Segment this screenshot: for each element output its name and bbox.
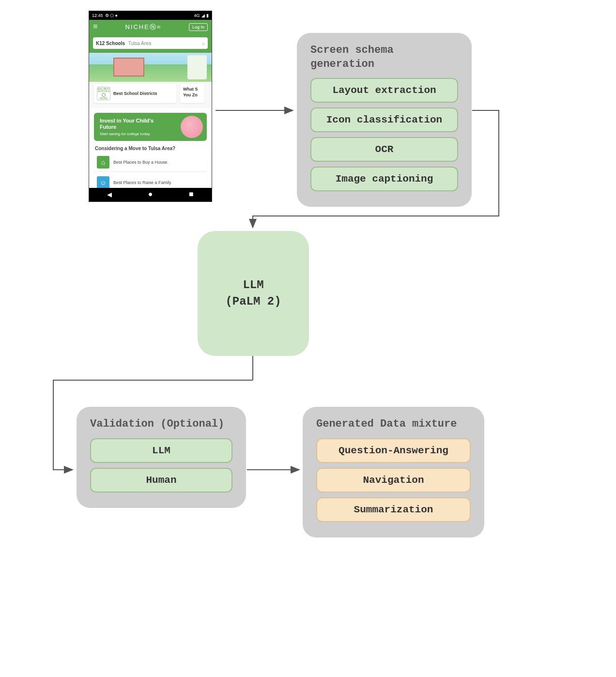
ocr-pill: OCR: [310, 137, 458, 162]
navigation-pill: Navigation: [316, 468, 471, 492]
list-item[interactable]: ⌂ Best Places to Buy a House: [94, 153, 207, 171]
house-icon: ⌂: [97, 156, 109, 169]
app-header: ≡ NICHEⓃ≈ Log In: [89, 20, 212, 34]
piggy-icon: [181, 116, 203, 138]
niche-badge-icon: 2021 BEST SCHOOLS NICHE: [97, 87, 110, 100]
phone-status-bar: 12:45 ⚙ ⬡ ● 4G ◢ ▮: [89, 11, 212, 20]
icon-classification-pill: Icon classification: [310, 108, 458, 132]
list-item-label: Best Places to Buy a House: [113, 160, 168, 165]
card-row: 2021 BEST SCHOOLS NICHE Best School Dist…: [89, 82, 212, 108]
status-time: 12:45: [92, 13, 103, 18]
image-captioning-pill: Image captioning: [310, 167, 458, 191]
home-icon[interactable]: ●: [148, 190, 153, 199]
list-item-label: Best Places to Raise a Family: [113, 180, 171, 185]
llm-label: LLM: [198, 277, 309, 293]
section-subheading: Considering a Move to Tulsa Area?: [95, 146, 206, 151]
status-network: 4G: [194, 13, 200, 18]
validation-title: Validation (Optional): [90, 417, 232, 431]
card-best-districts[interactable]: 2021 BEST SCHOOLS NICHE Best School Dist…: [94, 84, 176, 103]
summarization-pill: Summarization: [316, 497, 471, 522]
back-icon[interactable]: ◀: [107, 190, 112, 200]
status-icons-left: ⚙ ⬡ ●: [105, 13, 118, 18]
validation-human-pill: Human: [90, 468, 232, 492]
validation-box: Validation (Optional) LLM Human: [77, 407, 246, 508]
card-label: Best School Districts: [113, 91, 157, 96]
data-mixture-box: Generated Data mixture Question-Answerin…: [303, 407, 484, 538]
schema-generation-box: Screen schema generation Layout extracti…: [297, 33, 472, 207]
data-title: Generated Data mixture: [316, 417, 471, 431]
validation-llm-pill: LLM: [90, 438, 232, 463]
card-partial[interactable]: What S You Zo: [180, 84, 204, 103]
qa-pill: Question-Answering: [316, 438, 471, 463]
llm-sublabel: (PaLM 2): [198, 293, 309, 310]
hamburger-icon[interactable]: ≡: [93, 23, 98, 31]
search-category: K12 Schools: [96, 41, 125, 46]
promo-banner[interactable]: Invest in Your Child's Future Start savi…: [94, 113, 207, 141]
status-icons-right: ◢ ▮: [201, 13, 209, 18]
hero-illustration: [89, 53, 212, 82]
layout-extraction-pill: Layout extraction: [310, 78, 458, 103]
android-nav-bar: ◀ ● ■: [89, 188, 212, 201]
llm-box: LLM (PaLM 2): [198, 231, 309, 356]
family-icon: ☺: [97, 176, 109, 189]
search-location: Tulsa Area: [128, 41, 151, 46]
brand-logo: NICHEⓃ≈: [125, 23, 161, 31]
search-icon[interactable]: ⌕: [202, 41, 205, 46]
search-row: K12 Schools Tulsa Area ⌕: [89, 34, 212, 53]
login-button[interactable]: Log In: [189, 23, 208, 31]
phone-screenshot: 12:45 ⚙ ⬡ ● 4G ◢ ▮ ≡ NICHEⓃ≈ Log In K12 …: [89, 11, 212, 202]
recent-icon[interactable]: ■: [189, 190, 194, 199]
search-input[interactable]: K12 Schools Tulsa Area ⌕: [93, 37, 208, 49]
schema-box-title: Screen schema generation: [310, 44, 458, 71]
